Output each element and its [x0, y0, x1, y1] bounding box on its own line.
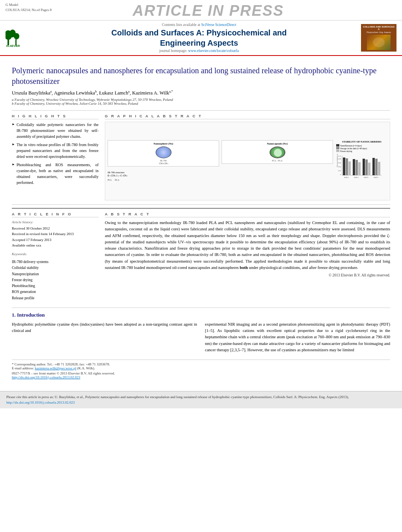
keywords-label: Keywords: — [12, 252, 99, 257]
svg-text:0.12: 0.12 — [338, 155, 341, 157]
highlight-item-1: Colloidally stable polymeric nanocarrier… — [12, 122, 99, 139]
svg-rect-19 — [355, 160, 358, 175]
citation-doi-link[interactable]: http://dx.doi.org/10.1016/j.colsurfa.201… — [6, 400, 75, 404]
svg-text:0: 0 — [340, 174, 341, 176]
svg-rect-23 — [365, 159, 368, 175]
svg-rect-27 — [375, 159, 378, 175]
article-info-column: A R T I C L E I N F O Article history: R… — [12, 212, 99, 301]
copyright-line: © 2013 Elsevier B.V. All rights reserved… — [105, 273, 390, 277]
svg-rect-18 — [353, 159, 355, 175]
journal-logo-right: COLLOIDS AND SURFACES A Physicochem. Eng… — [361, 24, 396, 52]
top-bar: G Model COLSUA-18214; No.of Pages 8 ARTI… — [0, 0, 402, 20]
svg-text:Abs/concentration (a.u.): Abs/concentration (a.u.) — [336, 154, 338, 167]
article-in-press-banner: ARTICLE IN PRESS — [52, 2, 365, 19]
graphical-abstract-heading: G R A P H I C A L A B S T R A C T — [105, 114, 390, 119]
divider-2 — [12, 204, 390, 205]
divider-1 — [12, 110, 390, 111]
abstract-column: A B S T R A C T Owing to the nanoprecipi… — [105, 212, 390, 301]
doi-area: 0927-7757/$ – see front matter © 2013 El… — [12, 371, 390, 379]
introduction-section: 1. Introduction Hydrophobic polymethine … — [12, 308, 390, 353]
highlights-column: H I G H L I G H T S Colloidally stable p… — [12, 114, 99, 200]
abstract-text: Owing to the nanoprecipitation methodolo… — [105, 220, 390, 271]
article-info-abstract-section: A R T I C L E I N F O Article history: R… — [12, 208, 390, 301]
graphical-abstract-column: G R A P H I C A L A B S T R A C T Nanosp… — [105, 114, 390, 200]
footnote-area: * Corresponding author. Tel.: +48 71 320… — [12, 360, 390, 370]
journal-title: Colloids and Surfaces A: Physicochemical… — [43, 28, 355, 48]
ga-barchart-svg: 0 0.02 0.04 0.06 0.08 0.12 NuPLA — [336, 154, 383, 181]
ga-chart: STABILITY OF NANOCARRIERS Nanofiltration… — [336, 140, 387, 182]
journal-header: ELSEVIER Contents lists available at Sci… — [0, 20, 402, 56]
journal-center: Contents lists available at SciVerse Sci… — [43, 23, 355, 53]
received-date: Received 30 October 2012 — [12, 226, 99, 232]
svg-text:0.02: 0.02 — [338, 170, 341, 172]
intro-col-left: Hydrophobic polymethine cyanine dyes (in… — [12, 321, 197, 353]
graphical-abstract-box: Nanosphere (Ns) IR-780 CH₃ CH₃ Nanocapsu… — [105, 122, 390, 200]
keyword-1: IR-780 delivery systems — [12, 259, 99, 265]
ga-chart-legend: Nanofiltration (t=0 days) Storage in the… — [336, 144, 387, 152]
article-info-heading: A R T I C L E I N F O — [12, 212, 99, 217]
svg-text:0.06: 0.06 — [338, 162, 341, 164]
svg-rect-15 — [346, 158, 348, 175]
graphical-abstract-inner: Nanosphere (Ns) IR-780 CH₃ CH₃ Nanocapsu… — [108, 140, 387, 182]
highlights-list: Colloidally stable polymeric nanocarrier… — [12, 122, 99, 185]
affiliations: a Faculty of Chemistry, Wrocław Universi… — [12, 98, 390, 106]
journal-homepage-link[interactable]: www.elsevier.com/locate/colsurfa — [188, 49, 239, 53]
available-date: Available online xxx — [12, 243, 99, 248]
ga-nanosphere-box: Nanosphere (Ns) IR-780 CH₃ CH₃ — [108, 140, 219, 167]
highlight-item-2: The in vitro release profiles of IR-780 … — [12, 142, 99, 159]
email-link[interactable]: kazimiera.wilk@pwr.wroc.pl — [35, 366, 76, 370]
svg-rect-22 — [363, 159, 365, 175]
svg-text:NuPCL: NuPCL — [364, 176, 369, 178]
sciverse-link-text[interactable]: SciVerse ScienceDirect — [201, 23, 236, 27]
keyword-5: Photobleaching — [12, 283, 99, 289]
svg-text:NaPCL: NaPCL — [374, 176, 379, 178]
colsua-label: COLSUA-18214; No.of Pages 8 — [6, 7, 52, 13]
svg-point-3 — [14, 33, 19, 39]
gmodel-info: G Model COLSUA-18214; No.of Pages 8 — [6, 2, 52, 12]
doi-link-line: http://dx.doi.org/10.1016/j.colsurfa.201… — [12, 375, 390, 379]
sciverse-link: Contents lists available at SciVerse Sci… — [43, 23, 355, 27]
keyword-3: Nanoprecipitation — [12, 271, 99, 277]
keywords-list: IR-780 delivery systems Colloidal stabil… — [12, 259, 99, 301]
svg-rect-28 — [378, 162, 380, 175]
highlights-graphical-section: H I G H L I G H T S Colloidally stable p… — [12, 114, 390, 200]
corresponding-author: * Corresponding author. Tel.: +48 71 320… — [12, 362, 390, 366]
accepted-date: Accepted 17 February 2013 — [12, 237, 99, 243]
citation-bar: Please cite this article in press as: U.… — [0, 391, 402, 408]
keyword-7: Release profile — [12, 295, 99, 301]
svg-rect-24 — [368, 163, 370, 175]
article-info-content: Article history: Received 30 October 201… — [12, 220, 99, 301]
revised-date: Received in revised form 14 February 201… — [12, 232, 99, 237]
svg-text:ELSEVIER: ELSEVIER — [6, 44, 20, 47]
email-line: E-mail address: kazimiera.wilk@pwr.wroc.… — [12, 366, 390, 370]
svg-rect-16 — [348, 161, 351, 175]
svg-rect-26 — [372, 158, 375, 175]
svg-text:NaPLA: NaPLA — [354, 176, 359, 178]
intro-col-right: experimental NIR imaging and as a second… — [205, 321, 390, 353]
ga-nanocapsule-box: Nanocapsule (Nc) PCL / PLA — [221, 140, 333, 164]
highlight-item-3: Photobleaching and ROS measurements, of … — [12, 162, 99, 185]
article-body: Polymeric nanocapsules and nanospheres f… — [0, 56, 402, 383]
svg-rect-14 — [343, 158, 345, 175]
keyword-4: Freeze drying — [12, 277, 99, 283]
doi-link[interactable]: http://dx.doi.org/10.1016/j.colsurfa.201… — [12, 375, 80, 379]
svg-text:0.04: 0.04 — [338, 166, 341, 168]
svg-rect-20 — [358, 162, 361, 175]
gmodel-label: G Model — [6, 2, 52, 7]
issn-line: 0927-7757/$ – see front matter © 2013 El… — [12, 371, 390, 375]
keyword-6: ROS generation — [12, 289, 99, 295]
ga-chemical-formula: IR-780 structure O–(CH₂)₅–C–CH₃ PCL PLA — [108, 171, 333, 182]
introduction-two-col: Hydrophobic polymethine cyanine dyes (in… — [12, 321, 390, 353]
svg-text:0.08: 0.08 — [338, 158, 341, 160]
keyword-2: Colloidal stability — [12, 265, 99, 271]
abstract-heading: A B S T R A C T — [105, 212, 390, 217]
article-title: Polymeric nanocapsules and nanospheres f… — [12, 65, 390, 87]
history-label: Article history: — [12, 220, 99, 225]
ga-molecules: Nanosphere (Ns) IR-780 CH₃ CH₃ Nanocapsu… — [108, 140, 333, 182]
authors-line: Urszula Bazylińskaa, Agnieszka Lewińskab… — [12, 90, 390, 96]
highlights-heading: H I G H L I G H T S — [12, 114, 99, 119]
elsevier-logo: ELSEVIER — [6, 26, 37, 50]
journal-homepage: journal homepage: www.elsevier.com/locat… — [43, 49, 355, 53]
introduction-title: 1. Introduction — [12, 312, 390, 318]
citation-text: Please cite this article in press as: U.… — [6, 395, 349, 399]
